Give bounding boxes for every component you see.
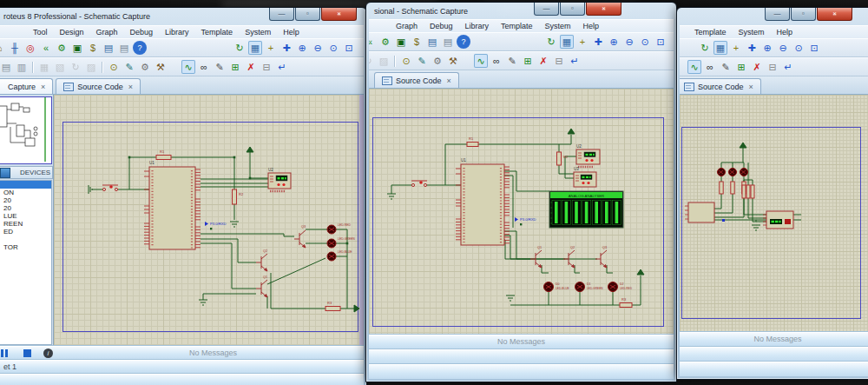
resistor-r2[interactable]: R2 bbox=[233, 189, 244, 204]
menu-item[interactable]: System bbox=[733, 28, 771, 37]
push-button[interactable] bbox=[411, 181, 427, 187]
block-rotate-icon[interactable]: ↻ bbox=[369, 54, 375, 68]
del-sheet-icon[interactable]: ✗ bbox=[244, 60, 258, 74]
paste-icon[interactable]: ▤ bbox=[0, 60, 13, 74]
block-rotate-icon[interactable]: ↻ bbox=[69, 60, 82, 74]
exit-icon[interactable]: ↵ bbox=[781, 60, 795, 74]
tab-close-icon[interactable]: × bbox=[749, 83, 753, 91]
magnify-icon[interactable]: ⊙ bbox=[399, 54, 413, 68]
duplicate-icon[interactable]: ▥ bbox=[15, 60, 29, 74]
transistor-q1[interactable]: Q1 bbox=[530, 246, 542, 268]
gears-icon[interactable]: ⚙ bbox=[55, 41, 69, 55]
new-sheet-icon[interactable]: ⊞ bbox=[734, 60, 748, 74]
origin-icon[interactable]: + bbox=[729, 41, 743, 55]
titlebar[interactable]: sional - Schematic Capture — ▫ × bbox=[369, 3, 674, 19]
device-item[interactable]: TOR bbox=[0, 243, 51, 251]
zoom-in-icon[interactable]: ⊕ bbox=[607, 35, 621, 49]
schematic-canvas[interactable]: U1 R1 bbox=[54, 95, 364, 346]
minimize-button[interactable]: — bbox=[534, 3, 559, 16]
tab-schematic-capture[interactable]: Capture× bbox=[0, 78, 53, 94]
refresh-icon[interactable]: ↻ bbox=[544, 35, 558, 49]
del-sheet-icon[interactable]: ✗ bbox=[536, 54, 550, 68]
refresh-icon[interactable]: ↻ bbox=[233, 41, 247, 55]
zoom-out-icon[interactable]: ⊖ bbox=[622, 35, 636, 49]
resistor-bank[interactable] bbox=[720, 182, 754, 198]
device-item-selected[interactable] bbox=[0, 181, 51, 189]
transistor-q3[interactable]: Q3 bbox=[595, 246, 607, 268]
device-item[interactable]: LUE bbox=[0, 212, 51, 220]
transistor-q2[interactable]: Q2 bbox=[563, 246, 575, 268]
menu-item[interactable]: Help bbox=[771, 28, 799, 37]
tab-close-icon[interactable]: × bbox=[41, 83, 45, 91]
menu-item[interactable]: Tool bbox=[27, 28, 54, 37]
exit-icon[interactable]: ↵ bbox=[568, 54, 582, 68]
grid-icon[interactable]: ▦ bbox=[560, 35, 574, 49]
led-d1[interactable]: D1 LED-GREEN bbox=[575, 282, 604, 292]
zoom-area-icon[interactable]: ⊡ bbox=[342, 41, 356, 55]
maximize-button[interactable]: ▫ bbox=[791, 8, 816, 21]
goto-sheet-icon[interactable]: ⊟ bbox=[260, 60, 273, 74]
sensor-u2[interactable]: U2 bbox=[268, 168, 291, 191]
hammer-icon[interactable]: ⚒ bbox=[154, 60, 168, 74]
menu-item[interactable]: Help bbox=[577, 22, 606, 30]
menu-item[interactable]: System bbox=[539, 22, 577, 30]
chip-icon[interactable]: ▣ bbox=[394, 35, 408, 49]
toolbox-icon[interactable]: ⚙ bbox=[431, 54, 444, 68]
zoom-area-icon[interactable]: ⊡ bbox=[654, 35, 667, 49]
gears-icon[interactable]: ⚙ bbox=[378, 35, 392, 49]
goto-sheet-icon[interactable]: ⊟ bbox=[552, 54, 566, 68]
push-button[interactable] bbox=[102, 185, 118, 191]
pan-icon[interactable]: ✚ bbox=[745, 41, 759, 55]
wire-route-icon[interactable]: ∿ bbox=[687, 60, 701, 74]
close-button[interactable]: × bbox=[817, 8, 852, 21]
notes-icon[interactable]: ▤ bbox=[441, 35, 455, 49]
minimize-button[interactable]: — bbox=[765, 8, 790, 21]
maximize-button[interactable]: ▫ bbox=[295, 8, 320, 21]
notes-icon[interactable]: ▤ bbox=[117, 41, 131, 55]
mcu-u1[interactable]: U1 bbox=[456, 158, 510, 245]
chip-icon[interactable]: ▣ bbox=[70, 41, 84, 55]
find-icon[interactable]: ∞ bbox=[197, 60, 211, 74]
led-group[interactable] bbox=[718, 169, 748, 176]
pick-devices-button[interactable] bbox=[0, 168, 10, 178]
zoom-extents-icon[interactable]: ⊙ bbox=[326, 41, 340, 55]
exit-icon[interactable]: ↵ bbox=[275, 60, 289, 74]
property-icon[interactable]: ✎ bbox=[719, 60, 733, 74]
magnify-icon[interactable]: ⊙ bbox=[107, 60, 121, 74]
probe-icon[interactable]: ✎ bbox=[122, 60, 136, 74]
net-label[interactable]: P3.0/RXD bbox=[515, 217, 536, 225]
schematic-overview-preview[interactable] bbox=[0, 96, 52, 164]
tab-close-icon[interactable]: × bbox=[447, 76, 451, 85]
display-module[interactable] bbox=[763, 211, 793, 229]
menu-item[interactable]: System bbox=[239, 28, 277, 37]
net-label[interactable]: P3.0/RXD bbox=[205, 222, 227, 229]
resistor-r3[interactable]: R3 bbox=[326, 301, 340, 311]
find-icon[interactable]: ∞ bbox=[490, 54, 503, 68]
resistor-r2[interactable]: R2 bbox=[557, 152, 569, 165]
led-d2[interactable]: D2 LED-RED bbox=[608, 282, 633, 292]
led-blue[interactable]: LED-BLUE bbox=[327, 250, 352, 261]
zoom-in-icon[interactable]: ⊕ bbox=[760, 41, 774, 55]
sensor-u3[interactable]: U3 bbox=[574, 167, 596, 187]
maximize-button[interactable]: ▫ bbox=[560, 3, 585, 16]
block-delete-icon[interactable]: ▨ bbox=[84, 60, 98, 74]
resistor-r1[interactable]: R1 bbox=[156, 149, 171, 160]
help-icon[interactable]: ? bbox=[133, 41, 147, 55]
goto-sheet-icon[interactable]: ⊟ bbox=[766, 60, 779, 74]
tab-source-code[interactable]: Source Code× bbox=[680, 78, 761, 94]
tab-source-code[interactable]: Source Code× bbox=[374, 72, 459, 88]
tab-source-code[interactable]: Source Code× bbox=[56, 78, 141, 94]
menu-item[interactable]: Library bbox=[159, 28, 195, 37]
led-green[interactable]: LED-GREEN bbox=[327, 237, 355, 248]
schematic-canvas[interactable] bbox=[680, 95, 868, 332]
menu-item[interactable]: Debug bbox=[124, 28, 160, 37]
device-item[interactable]: 20 bbox=[0, 196, 51, 204]
block-delete-icon[interactable]: ▨ bbox=[377, 54, 391, 68]
minimize-button[interactable]: — bbox=[269, 8, 294, 21]
ic-module[interactable] bbox=[685, 202, 714, 222]
wire-route-icon[interactable]: ∿ bbox=[181, 60, 195, 74]
del-sheet-icon[interactable]: ✗ bbox=[750, 60, 764, 74]
new-sheet-icon[interactable]: ⊞ bbox=[521, 54, 535, 68]
device-item[interactable]: 20 bbox=[0, 204, 51, 212]
gauge-icon[interactable]: ▤ bbox=[102, 41, 115, 55]
